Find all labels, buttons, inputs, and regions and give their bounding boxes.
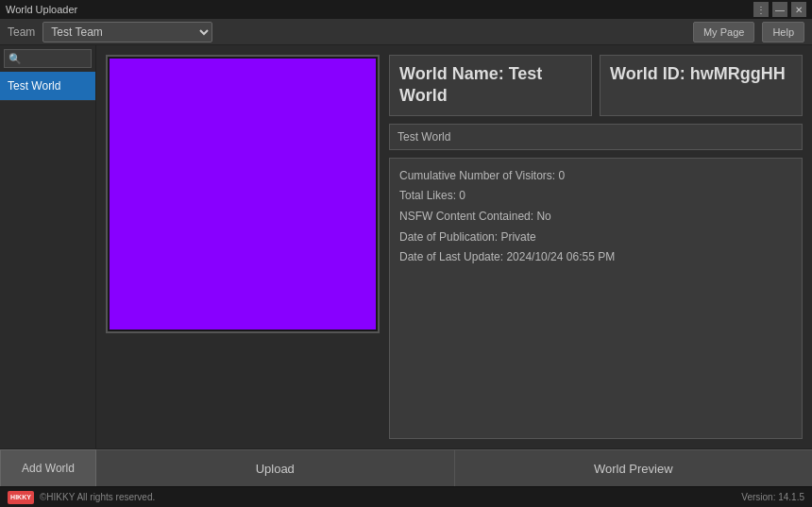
world-id-box: World ID: hwMRggHH (600, 55, 803, 116)
footer: HIKKY ©HIKKY All rights reserved. Versio… (0, 486, 812, 507)
world-stats: Cumulative Number of Visitors: 0 Total L… (389, 158, 803, 439)
world-list-item[interactable]: Test World (0, 72, 95, 101)
add-world-button[interactable]: Add World (0, 449, 96, 486)
menu-left: Team Test Team Personal (8, 22, 212, 42)
info-panel: World Name: Test World World ID: hwMRggH… (389, 55, 803, 439)
app-title: World Uploader (6, 4, 77, 15)
world-description: Test World (389, 124, 803, 150)
bottom-actions: Upload World Preview (96, 449, 812, 486)
world-header: World Name: Test World World ID: hwMRggH… (389, 55, 803, 116)
footer-version: Version: 14.1.5 (741, 492, 804, 502)
bottom-bar: Add World Upload World Preview (0, 448, 812, 486)
menu-button[interactable]: ⋮ (753, 2, 769, 17)
title-bar-controls: ⋮ — ✕ (753, 2, 806, 17)
team-label: Team (8, 25, 35, 39)
content-area: World Name: Test World World ID: hwMRggH… (96, 45, 812, 448)
sidebar: Test World (0, 45, 96, 448)
search-input[interactable] (4, 49, 92, 68)
main-area: Test World World Name: Test World World … (0, 45, 812, 448)
stat-nsfw: NSFW Content Contained: No (399, 207, 792, 228)
top-row: World Name: Test World World ID: hwMRggH… (106, 55, 803, 439)
stat-likes: Total Likes: 0 (399, 186, 792, 207)
menu-right: My Page Help (693, 22, 804, 42)
search-bar (0, 45, 95, 72)
stat-last-update: Date of Last Update: 2024/10/24 06:55 PM (399, 247, 792, 268)
world-list: Test World (0, 72, 95, 448)
thumbnail-container (106, 55, 380, 333)
minimize-button[interactable]: — (772, 2, 787, 17)
help-button[interactable]: Help (762, 22, 804, 42)
upload-button[interactable]: Upload (96, 449, 455, 486)
thumbnail-image (110, 59, 376, 330)
title-bar-left: World Uploader (6, 4, 77, 15)
title-bar: World Uploader ⋮ — ✕ (0, 0, 812, 19)
stat-visitors: Cumulative Number of Visitors: 0 (399, 166, 792, 187)
footer-copyright: ©HIKKY All rights reserved. (40, 492, 155, 502)
stat-publication: Date of Publication: Private (399, 228, 792, 248)
footer-left: HIKKY ©HIKKY All rights reserved. (8, 491, 155, 504)
world-preview-button[interactable]: World Preview (455, 449, 813, 486)
menu-bar: Team Test Team Personal My Page Help (0, 19, 812, 45)
world-name-box: World Name: Test World (389, 55, 592, 116)
hikky-logo: HIKKY (8, 491, 34, 504)
team-select[interactable]: Test Team Personal (42, 22, 212, 42)
close-button[interactable]: ✕ (791, 2, 806, 17)
my-page-button[interactable]: My Page (693, 22, 754, 42)
